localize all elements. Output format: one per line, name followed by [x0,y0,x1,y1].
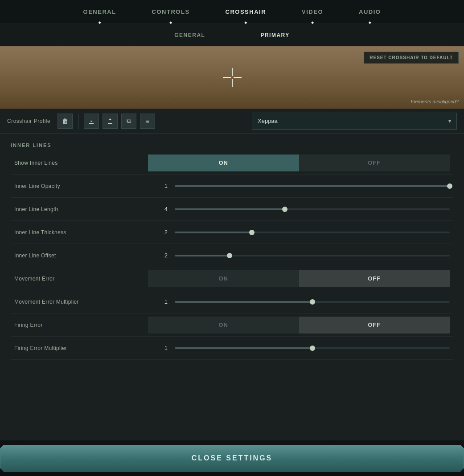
table-row: Inner Line Length 4 [11,198,453,221]
nav-item-video[interactable]: VIDEO [297,5,328,19]
firing-error-multiplier-value: 1 [148,345,175,351]
rename-profile-button[interactable]: ≡ [140,114,155,129]
show-inner-lines-on-button[interactable]: On [148,155,299,171]
nav-item-audio[interactable]: AUDIO [354,5,385,19]
inner-line-length-value: 4 [148,206,175,212]
nav-item-controls[interactable]: CONTROLS [148,5,194,19]
profile-dropdown-name: Xeppaa [258,118,278,124]
delete-profile-button[interactable]: 🗑 [57,114,73,129]
movement-error-toggle: On Off [148,270,450,287]
firing-error-multiplier-label: Firing Error Multiplier [14,345,148,351]
table-row: Firing Error On Off [11,313,453,337]
close-settings-button[interactable]: CLOSE SETTINGS [0,445,464,472]
export-profile-button[interactable] [84,114,99,129]
show-inner-lines-label: Show Inner Lines [14,160,148,166]
inner-lines-section-title: INNER LINES [11,142,453,148]
import-profile-button[interactable] [103,114,118,129]
profile-dropdown[interactable]: Xeppaa ▾ [252,113,457,130]
crosshair-top-line [232,68,233,76]
movement-error-multiplier-value: 1 [148,298,175,305]
show-inner-lines-off-button[interactable]: Off [299,155,450,171]
table-row: Movement Error Multiplier 1 [11,290,453,313]
movement-error-multiplier-slider[interactable] [175,301,450,303]
table-row: Inner Line Opacity 1 [11,175,453,198]
inner-line-thickness-value: 2 [148,229,175,236]
inner-line-offset-value: 2 [148,252,175,259]
movement-error-multiplier-label: Movement Error Multiplier [14,299,148,305]
movement-error-on-button[interactable]: On [148,270,299,287]
table-row: Show Inner Lines On Off [11,151,453,175]
inner-line-opacity-label: Inner Line Opacity [14,183,148,189]
firing-error-label: Firing Error [14,322,148,328]
inner-line-length-label: Inner Line Length [14,206,148,212]
crosshair-left-line [223,77,231,78]
inner-line-thickness-label: Inner Line Thickness [14,229,148,236]
inner-line-length-slider[interactable] [175,208,450,210]
table-row: Movement Error On Off [11,267,453,290]
copy-profile-button[interactable]: ⧉ [121,114,136,129]
misaligned-text: Elements misaligned? [411,99,459,104]
crosshair-preview: RESET CROSSHAIR TO DEFAULT Elements misa… [0,46,464,109]
firing-error-multiplier-slider[interactable] [175,347,450,349]
sub-nav-general[interactable]: GENERAL [169,29,210,41]
inner-line-thickness-slider[interactable] [175,232,450,233]
nav-item-general[interactable]: GENERAL [79,5,121,19]
profile-bar: Crosshair Profile 🗑 ⧉ ≡ Xeppaa ▾ [0,109,464,134]
inner-line-offset-label: Inner Line Offset [14,252,148,259]
inner-line-opacity-value: 1 [148,183,175,189]
close-settings-container: CLOSE SETTINGS [0,440,464,476]
table-row: Firing Error Multiplier 1 [11,337,453,360]
inner-line-offset-slider[interactable] [175,255,450,256]
top-nav: GENERAL CONTROLS CROSSHAIR VIDEO AUDIO [0,0,464,24]
movement-error-label: Movement Error [14,276,148,282]
sub-nav-primary[interactable]: PRIMARY [255,29,295,41]
reset-crosshair-button[interactable]: RESET CROSSHAIR TO DEFAULT [364,52,459,64]
show-inner-lines-toggle: On Off [148,155,450,171]
profile-label: Crosshair Profile [7,118,50,124]
dropdown-arrow-icon: ▾ [448,118,451,124]
inner-line-opacity-slider[interactable] [175,185,450,187]
crosshair-right-line [234,77,242,78]
firing-error-on-button[interactable]: On [148,317,299,334]
sub-nav: GENERAL PRIMARY [0,24,464,46]
settings-content: INNER LINES Show Inner Lines On Off Inne… [0,134,464,449]
crosshair-bottom-line [232,79,233,87]
movement-error-off-button[interactable]: Off [299,270,450,287]
nav-item-crosshair[interactable]: CROSSHAIR [221,5,271,19]
table-row: Inner Line Offset 2 [11,244,453,267]
firing-error-off-button[interactable]: Off [299,317,450,334]
firing-error-toggle: On Off [148,317,450,334]
profile-separator [78,114,78,129]
table-row: Inner Line Thickness 2 [11,221,453,244]
